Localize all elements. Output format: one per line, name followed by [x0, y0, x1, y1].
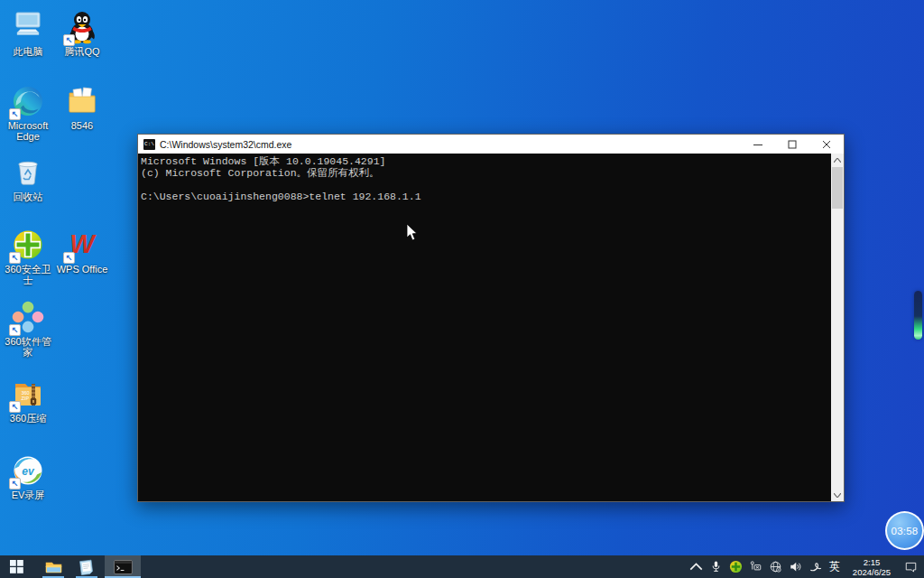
- qq-penguin-icon: ↖: [64, 9, 100, 45]
- taskbar: 英 2:15 2024/6/25: [0, 555, 924, 578]
- 360-safe-icon: ↖: [10, 227, 46, 263]
- folder-icon: [64, 83, 100, 119]
- console-scrollbar[interactable]: [831, 154, 844, 501]
- cmd-app-icon: C:\: [143, 139, 155, 150]
- scrollbar-thumb[interactable]: [832, 167, 843, 209]
- desktop-icon-wps-office[interactable]: W ↖ WPS Office: [55, 227, 109, 275]
- console-output[interactable]: Microsoft Windows [版本 10.0.19045.4291] (…: [138, 154, 831, 501]
- desktop-icon-label: 此电脑: [1, 46, 55, 57]
- recycle-bin-icon: [10, 154, 46, 191]
- desktop-icon-microsoft-edge[interactable]: ↖ Microsoft Edge: [1, 83, 55, 142]
- recorder-timer-ball[interactable]: 03:58: [885, 511, 924, 550]
- desktop-icon-folder-8546[interactable]: 8546: [55, 83, 109, 131]
- desktop-icon-ev-recorder[interactable]: ev ↖ EV录屏: [1, 452, 55, 500]
- mic-level-indicator: [914, 291, 922, 340]
- taskbar-cmd[interactable]: [105, 555, 141, 578]
- 360-software-manager-icon: ↖: [10, 299, 46, 335]
- console-line: Microsoft Windows [版本 10.0.19045.4291]: [141, 155, 831, 167]
- svg-text:ZIP: ZIP: [22, 396, 30, 401]
- cmd-titlebar[interactable]: C:\ C:\Windows\system32\cmd.exe: [138, 135, 844, 154]
- microphone-icon[interactable]: [706, 555, 725, 578]
- this-pc-icon: [10, 9, 46, 45]
- desktop-icon-360-safe[interactable]: ↖ 360安全卫士: [1, 227, 55, 285]
- cmd-taskbar-icon: [114, 560, 133, 574]
- volume-icon[interactable]: [785, 555, 805, 578]
- ime-language-indicator[interactable]: 英: [825, 559, 845, 574]
- desktop-icon-label: WPS Office: [55, 264, 109, 275]
- 360-zip-icon: 360ZIP ↖: [10, 376, 46, 412]
- clock-time: 2:15: [848, 557, 895, 567]
- scroll-down-icon[interactable]: [831, 489, 844, 501]
- desktop: 此电脑 ↖ 腾讯QQ ↖ Microsoft Edge 8546 回收站: [0, 0, 924, 578]
- cmd-window: C:\ C:\Windows\system32\cmd.exe Microsof…: [137, 134, 845, 502]
- desktop-icon-label: 8546: [55, 120, 109, 131]
- console-line: C:\Users\cuoaijinsheng0088>telnet 192.16…: [141, 191, 831, 202]
- recorder-timer-text: 03:58: [892, 526, 919, 536]
- maximize-button[interactable]: [775, 135, 809, 154]
- cmd-window-title: C:\Windows\system32\cmd.exe: [160, 139, 741, 150]
- desktop-icon-label: 360安全卫士: [1, 264, 55, 285]
- shortcut-arrow-icon: ↖: [9, 252, 21, 264]
- taskbar-clock[interactable]: 2:15 2024/6/25: [848, 557, 895, 577]
- shortcut-arrow-icon: ↖: [9, 324, 21, 336]
- action-center-icon[interactable]: [901, 555, 920, 578]
- shortcut-arrow-icon: ↖: [9, 108, 21, 120]
- svg-text:ev: ev: [22, 465, 35, 478]
- scroll-up-icon[interactable]: [831, 154, 844, 166]
- desktop-icon-label: 腾讯QQ: [55, 46, 109, 57]
- desktop-icon-recycle-bin[interactable]: 回收站: [1, 154, 55, 202]
- hidden-icons-chevron[interactable]: [686, 555, 706, 578]
- taskbar-file-explorer[interactable]: [38, 555, 69, 578]
- wps-office-icon: W ↖: [64, 227, 100, 263]
- clock-date: 2024/6/25: [848, 567, 895, 577]
- start-button[interactable]: [0, 555, 32, 578]
- tray-pen-icon[interactable]: [805, 555, 825, 578]
- desktop-icon-label: EV录屏: [1, 489, 55, 500]
- notepad-icon: [78, 558, 96, 575]
- desktop-icon-label: 360压缩: [1, 413, 55, 424]
- edge-icon: ↖: [10, 83, 46, 119]
- desktop-icon-label: Microsoft Edge: [1, 120, 55, 142]
- ev-recorder-icon: ev ↖: [10, 452, 46, 489]
- file-explorer-icon: [44, 559, 63, 575]
- desktop-icon-360-zip[interactable]: 360ZIP ↖ 360压缩: [1, 376, 55, 424]
- ime-keyboard-icon[interactable]: [745, 555, 765, 578]
- console-line: (c) Microsoft Corporation。保留所有权利。: [141, 167, 831, 179]
- windows-logo-icon: [10, 560, 23, 573]
- desktop-icon-360-software-manager[interactable]: ↖ 360软件管家: [1, 299, 55, 358]
- shortcut-arrow-icon: ↖: [9, 478, 21, 489]
- console-line: [141, 179, 831, 191]
- desktop-icon-tencent-qq[interactable]: ↖ 腾讯QQ: [55, 9, 109, 57]
- desktop-icon-this-pc[interactable]: 此电脑: [1, 9, 55, 57]
- system-tray: 英 2:15 2024/6/25: [686, 555, 924, 578]
- desktop-icon-label: 360软件管家: [1, 336, 55, 358]
- minimize-button[interactable]: [741, 135, 775, 154]
- shortcut-arrow-icon: ↖: [63, 34, 75, 46]
- close-button[interactable]: [809, 135, 844, 154]
- 360-tray-icon[interactable]: [725, 555, 745, 578]
- shortcut-arrow-icon: ↖: [63, 252, 75, 264]
- shortcut-arrow-icon: ↖: [9, 401, 21, 413]
- desktop-icon-label: 回收站: [1, 191, 55, 202]
- taskbar-notepad[interactable]: [71, 555, 102, 578]
- network-globe-icon[interactable]: [765, 555, 785, 578]
